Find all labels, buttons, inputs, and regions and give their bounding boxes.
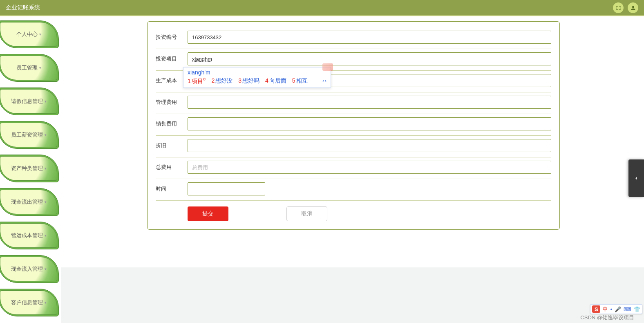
ime-skin-icon[interactable]: 👕 (634, 306, 640, 312)
row-sales-fee: 销售费用 (156, 114, 551, 136)
form-actions: 提交 取消 (156, 201, 551, 221)
row-time: 时间 (156, 179, 551, 201)
sidebar-item-cashin[interactable]: 现金流入管理▾ (0, 257, 57, 281)
sidebar: 个人中心▾ 员工管理▾ 请假信息管理▾ 员工薪资管理▾ 资产种类管理▾ 现金流出… (0, 16, 61, 323)
ime-keyboard-icon[interactable]: ⌨ (624, 306, 631, 312)
sidebar-item-opcost[interactable]: 营运成本管理▾ (0, 223, 57, 248)
chevron-down-icon: ▾ (45, 166, 47, 170)
user-button[interactable] (628, 2, 638, 13)
user-icon (630, 5, 636, 11)
input-invest-no[interactable] (188, 31, 551, 44)
ime-cand-5[interactable]: 5相互 (292, 77, 308, 85)
main-content: 投资编号 投资项目 生产成本 管理费用 销售费用 折旧 (147, 21, 560, 230)
form-panel: 投资编号 投资项目 生产成本 管理费用 销售费用 折旧 (147, 21, 560, 230)
input-time[interactable] (188, 182, 265, 195)
ime-cand-3[interactable]: 3想好吗 (238, 77, 259, 85)
background-band (61, 267, 644, 323)
chevron-down-icon: ▾ (39, 32, 41, 36)
topbar-actions (613, 2, 638, 13)
ime-composition: xiangh'm (183, 67, 331, 76)
sidebar-item-label: 现金流出管理 (11, 198, 43, 206)
ime-cand-4[interactable]: 4向后面 (265, 77, 286, 85)
fullscreen-icon (615, 5, 622, 11)
input-invest-proj[interactable] (188, 52, 551, 65)
chevron-down-icon: ▾ (45, 233, 47, 238)
ime-cand-1[interactable]: 1项目© (188, 77, 206, 85)
input-depr[interactable] (188, 139, 551, 152)
input-mgmt-fee[interactable] (188, 96, 551, 109)
label-time: 时间 (156, 185, 182, 193)
submit-button[interactable]: 提交 (188, 206, 228, 221)
row-depr: 折旧 (156, 136, 551, 157)
label-invest-proj: 投资项目 (156, 55, 182, 63)
app-title: 企业记账系统 (6, 4, 40, 11)
sidebar-item-leave[interactable]: 请假信息管理▾ (0, 89, 57, 114)
ime-mic-icon[interactable]: 🎤 (615, 306, 621, 312)
chevron-down-icon: ▾ (45, 200, 47, 204)
sidebar-item-customer[interactable]: 客户信息管理▾ (0, 290, 57, 315)
chevron-down-icon: ▾ (45, 133, 47, 137)
chevron-down-icon: ▾ (45, 301, 47, 305)
fullscreen-button[interactable] (613, 2, 624, 13)
label-mgmt-fee: 管理费用 (156, 99, 182, 106)
ime-candidates: 1项目© 2想好没 3想好吗 4向后面 5相互 ‹› (183, 76, 331, 87)
label-prod-cost: 生产成本 (156, 77, 182, 84)
input-sales-fee[interactable] (188, 117, 551, 130)
ime-lang-indicator[interactable]: 中 (603, 306, 608, 313)
chevron-left-icon (633, 175, 640, 182)
sidebar-item-cashout[interactable]: 现金流出管理▾ (0, 190, 57, 214)
sidebar-item-personal[interactable]: 个人中心▾ (0, 22, 57, 47)
drawer-handle[interactable] (628, 159, 644, 197)
label-total-fee: 总费用 (156, 164, 182, 171)
sidebar-item-label: 营运成本管理 (11, 232, 43, 239)
watermark: CSDN @铭逸毕设项目 (580, 314, 634, 321)
sidebar-item-label: 客户信息管理 (11, 299, 43, 306)
sidebar-item-staff[interactable]: 员工管理▾ (0, 56, 57, 80)
sidebar-item-label: 现金流入管理 (11, 265, 43, 273)
ime-brand-icon (322, 63, 333, 71)
input-total-fee[interactable] (188, 161, 551, 174)
ime-brand-badge: S (592, 305, 600, 313)
ime-page-arrows[interactable]: ‹› (322, 78, 326, 84)
chevron-down-icon: ▾ (39, 66, 41, 70)
label-depr: 折旧 (156, 142, 182, 149)
sidebar-item-label: 个人中心 (16, 31, 38, 38)
chevron-down-icon: ▾ (45, 267, 47, 271)
sidebar-item-salary[interactable]: 员工薪资管理▾ (0, 123, 57, 147)
top-bar: 企业记账系统 (0, 0, 644, 16)
row-invest-no: 投资编号 (156, 27, 551, 49)
label-invest-no: 投资编号 (156, 34, 182, 41)
sidebar-item-label: 资产种类管理 (11, 165, 43, 172)
chevron-down-icon: ▾ (45, 99, 47, 103)
label-sales-fee: 销售费用 (156, 120, 182, 128)
ime-tool-icon[interactable]: • (610, 306, 612, 312)
ime-toolbar[interactable]: S 中 • 🎤 ⌨ 👕 (590, 304, 642, 314)
ime-cand-2[interactable]: 2想好没 (211, 77, 233, 85)
sidebar-item-label: 员工管理 (16, 64, 38, 72)
row-mgmt-fee: 管理费用 (156, 92, 551, 114)
sidebar-item-asset[interactable]: 资产种类管理▾ (0, 156, 57, 181)
ime-candidate-popup[interactable]: xiangh'm 1项目© 2想好没 3想好吗 4向后面 5相互 ‹› (183, 67, 331, 88)
sidebar-item-label: 请假信息管理 (11, 98, 43, 105)
row-total-fee: 总费用 (156, 157, 551, 179)
cancel-button[interactable]: 取消 (286, 206, 327, 221)
sidebar-item-label: 员工薪资管理 (11, 131, 43, 139)
